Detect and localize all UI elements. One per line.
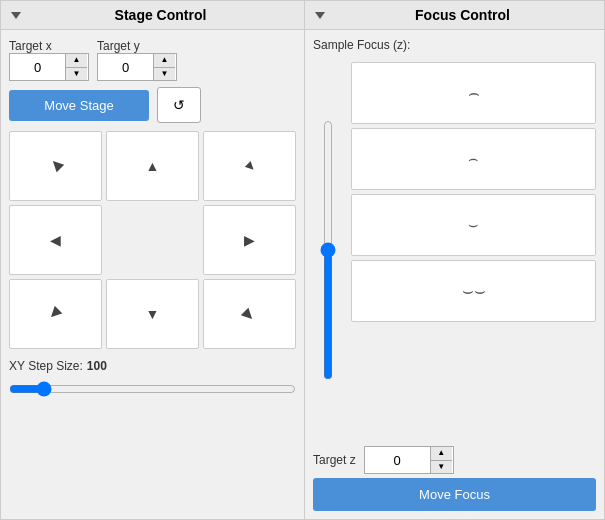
focus-fast-up-icon: ⌢ [468, 83, 480, 104]
target-y-label: Target y [97, 39, 140, 53]
target-x-label: Target x [9, 39, 52, 53]
stage-panel-title: Stage Control [27, 7, 294, 23]
xy-step-slider-row [9, 381, 296, 400]
step-size-value: 100 [87, 359, 107, 373]
move-stage-button[interactable]: Move Stage [9, 90, 149, 121]
s-arrow-icon: ▼ [146, 306, 160, 322]
n-arrow-icon: ▲ [146, 158, 160, 174]
dir-se-button[interactable]: ▶ [203, 279, 296, 349]
focus-fast-down-button[interactable]: ⌣⌣ [351, 260, 596, 322]
focus-panel-content: Sample Focus (z): ⌢ ⌢ ⌣ ⌣⌣ [305, 30, 604, 519]
vertical-slider-container [313, 62, 343, 438]
target-x-up[interactable]: ▲ [66, 54, 87, 68]
target-z-spinbox[interactable]: ▲ ▼ [364, 446, 454, 474]
focus-layout: ⌢ ⌢ ⌣ ⌣⌣ [313, 62, 596, 438]
move-focus-button[interactable]: Move Focus [313, 478, 596, 511]
collapse-icon [11, 12, 21, 19]
focus-up-button[interactable]: ⌢ [351, 128, 596, 190]
stage-panel-header: Stage Control [1, 1, 304, 30]
target-z-up[interactable]: ▲ [431, 447, 452, 461]
focus-bottom: Target z ▲ ▼ Move Focus [313, 446, 596, 511]
target-z-arrows: ▲ ▼ [430, 447, 452, 473]
dir-nw-button[interactable]: ▶ [9, 131, 102, 201]
focus-panel-header: Focus Control [305, 1, 604, 30]
focus-up-icon: ⌢ [468, 150, 479, 168]
target-x-input[interactable] [10, 58, 65, 77]
focus-down-icon: ⌣ [468, 216, 479, 234]
target-x-group: Target x ▲ ▼ [9, 38, 89, 81]
dir-e-button[interactable]: ▶ [203, 205, 296, 275]
dir-center-empty [106, 205, 199, 275]
focus-fast-up-button[interactable]: ⌢ [351, 62, 596, 124]
target-xy-row: Target x ▲ ▼ Target y ▲ ▼ [9, 38, 296, 81]
dir-w-button[interactable]: ◀ [9, 205, 102, 275]
refresh-icon: ↺ [173, 97, 185, 113]
target-z-label: Target z [313, 453, 356, 467]
sample-focus-label: Sample Focus (z): [313, 38, 596, 52]
target-z-input[interactable] [365, 451, 430, 470]
target-y-group: Target y ▲ ▼ [97, 38, 177, 81]
focus-down-button[interactable]: ⌣ [351, 194, 596, 256]
target-y-down[interactable]: ▼ [154, 68, 175, 81]
xy-step-slider[interactable] [9, 381, 296, 397]
target-x-down[interactable]: ▼ [66, 68, 87, 81]
dir-n-button[interactable]: ▲ [106, 131, 199, 201]
target-y-up[interactable]: ▲ [154, 54, 175, 68]
target-x-spinbox[interactable]: ▲ ▼ [9, 53, 89, 81]
stage-panel-content: Target x ▲ ▼ Target y ▲ ▼ [1, 30, 304, 519]
sw-arrow-icon: ▶ [46, 304, 65, 323]
dir-s-button[interactable]: ▼ [106, 279, 199, 349]
target-y-arrows: ▲ ▼ [153, 54, 175, 80]
focus-z-slider[interactable] [318, 120, 338, 380]
direction-grid: ▶ ▲ ▼ ◀ ▶ ▶ ▼ ▶ [9, 131, 296, 349]
focus-slider-col [313, 62, 343, 438]
focus-collapse-icon [315, 12, 325, 19]
step-size-label: XY Step Size: [9, 359, 83, 373]
target-y-spinbox[interactable]: ▲ ▼ [97, 53, 177, 81]
ne-arrow-icon: ▼ [239, 155, 260, 176]
target-y-input[interactable] [98, 58, 153, 77]
target-z-down[interactable]: ▼ [431, 461, 452, 474]
target-z-row: Target z ▲ ▼ [313, 446, 596, 474]
stage-control-panel: Stage Control Target x ▲ ▼ Target y [0, 0, 305, 520]
focus-buttons-col: ⌢ ⌢ ⌣ ⌣⌣ [351, 62, 596, 438]
dir-ne-button[interactable]: ▼ [203, 131, 296, 201]
refresh-button[interactable]: ↺ [157, 87, 201, 123]
e-arrow-icon: ▶ [244, 232, 255, 248]
move-stage-row: Move Stage ↺ [9, 87, 296, 123]
step-size-row: XY Step Size: 100 [9, 359, 296, 373]
w-arrow-icon: ◀ [50, 232, 61, 248]
se-arrow-icon: ▶ [240, 304, 259, 323]
focus-fast-down-icon: ⌣⌣ [462, 281, 486, 302]
nw-arrow-icon: ▶ [46, 156, 65, 175]
focus-panel-title: Focus Control [331, 7, 594, 23]
target-x-arrows: ▲ ▼ [65, 54, 87, 80]
dir-sw-button[interactable]: ▶ [9, 279, 102, 349]
focus-control-panel: Focus Control Sample Focus (z): ⌢ ⌢ ⌣ [305, 0, 605, 520]
